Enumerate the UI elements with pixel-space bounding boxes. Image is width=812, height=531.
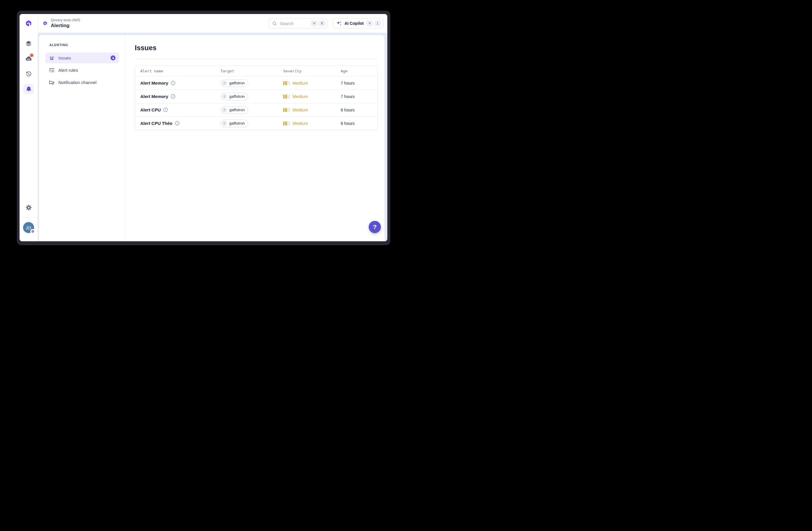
target-name: gaffotron <box>229 81 245 85</box>
i-keycap: i <box>374 20 381 26</box>
column-header-severity: Severity <box>283 69 341 73</box>
right-column: Qovery tests AWS Alerting Search ⌘ K <box>38 14 387 241</box>
severity-label: Medium <box>292 107 308 112</box>
info-icon[interactable] <box>175 121 180 126</box>
environment-stack-icon <box>222 120 227 126</box>
info-icon[interactable] <box>171 81 176 85</box>
alert-name: Alert CPU <box>140 107 161 112</box>
ai-copilot-button[interactable]: AI Copilot ⌘ i <box>333 18 383 28</box>
sidebar-section-label: ALERTING <box>49 43 119 47</box>
megaphone-icon <box>49 80 55 85</box>
severity-label: Medium <box>292 81 308 85</box>
qovery-logo-icon <box>25 20 32 27</box>
k-keycap: K <box>319 20 325 26</box>
sidebar-item-label: Notification channel <box>58 80 97 85</box>
desktop-background: JD Qovery tests AWS Alerting <box>0 0 406 266</box>
sidebar-footer-divider <box>19 217 38 218</box>
app-window: JD Qovery tests AWS Alerting <box>17 11 390 245</box>
settings-button[interactable] <box>23 202 34 213</box>
target-badge[interactable]: gaffotron <box>220 93 248 100</box>
alert-name: Alert Memory <box>140 94 168 99</box>
content-background: ALERTING Issues 4 <box>38 33 387 241</box>
icon-sidebar-nav <box>23 38 34 94</box>
icon-sidebar: JD <box>19 14 38 241</box>
sidebar-items: Issues 4 Alert rules <box>45 53 119 88</box>
issues-count-badge: 4 <box>111 55 116 60</box>
sidebar-item-label: Issues <box>58 55 71 60</box>
cmd-keycap: ⌘ <box>366 20 373 26</box>
gear-icon <box>25 204 32 211</box>
sidebar-item-layers[interactable] <box>23 38 34 49</box>
qovery-logo-icon <box>31 230 34 233</box>
table-header-row: Alert name Target Severity Age <box>135 66 377 76</box>
top-bar: Qovery tests AWS Alerting Search ⌘ K <box>38 14 387 33</box>
breadcrumb-project[interactable]: Qovery tests AWS <box>51 18 80 22</box>
avatar-initials: JD <box>26 225 31 230</box>
sidebar-item-cloud-services[interactable] <box>23 53 34 64</box>
table-row[interactable]: Alert CPU gaffotron <box>135 103 377 116</box>
title-divider <box>135 59 378 59</box>
search-shortcut: ⌘ K <box>311 20 325 26</box>
age: 8 hours <box>341 121 377 126</box>
breadcrumb-texts: Qovery tests AWS Alerting <box>51 18 80 29</box>
history-icon <box>26 71 32 77</box>
column-header-alert-name: Alert name <box>135 69 220 73</box>
avatar-qovery-badge <box>30 229 35 234</box>
table-row[interactable]: Alert CPU Théo gaffotron <box>135 116 377 130</box>
sidebar-item-label: Alert rules <box>58 68 78 73</box>
alert-name: Alert CPU Théo <box>140 121 172 126</box>
severity-bars <box>283 108 290 112</box>
alerting-sidebar: ALERTING Issues 4 <box>39 35 126 241</box>
sidebar-item-issues[interactable]: Issues 4 <box>45 53 119 63</box>
breadcrumb[interactable]: Qovery tests AWS Alerting <box>43 18 80 29</box>
breadcrumb-logo-icon <box>43 21 47 26</box>
target-name: gaffotron <box>229 107 245 112</box>
sidebar-item-alerting[interactable] <box>23 84 34 94</box>
search-placeholder: Search <box>280 21 308 26</box>
target-badge[interactable]: gaffotron <box>220 80 248 87</box>
sparkles-icon <box>336 21 342 26</box>
cmd-keycap: ⌘ <box>311 20 318 26</box>
age: 7 hours <box>341 94 377 99</box>
table-row[interactable]: Alert Memory gaffotron <box>135 76 377 89</box>
search-input[interactable]: Search ⌘ K <box>269 18 328 28</box>
sidebar-item-notification-channel[interactable]: Notification channel <box>45 77 119 88</box>
help-button-label: ? <box>373 224 377 230</box>
help-button[interactable]: ? <box>369 221 381 233</box>
page-section-title: Alerting <box>51 23 80 29</box>
issues-table: Alert name Target Severity Age Alert Mem… <box>135 66 378 130</box>
topbar-actions: Search ⌘ K AI Copilot ⌘ i <box>269 18 383 28</box>
siren-icon <box>49 55 55 61</box>
target-badge[interactable]: gaffotron <box>220 106 248 114</box>
target-name: gaffotron <box>229 94 245 99</box>
notification-dot <box>30 54 33 57</box>
environment-stack-icon <box>222 94 227 99</box>
column-header-target: Target <box>220 69 283 73</box>
qovery-console: JD Qovery tests AWS Alerting <box>19 14 387 241</box>
ai-copilot-label: AI Copilot <box>345 21 364 26</box>
severity-label: Medium <box>292 121 308 126</box>
column-header-age: Age <box>341 69 377 73</box>
severity-bars <box>283 121 290 126</box>
severity-bars <box>283 81 290 85</box>
layers-icon <box>25 40 32 47</box>
content-panel: ALERTING Issues 4 <box>39 35 385 241</box>
search-icon <box>272 21 277 26</box>
icon-sidebar-footer: JD <box>19 202 38 241</box>
info-icon[interactable] <box>171 94 176 99</box>
sidebar-item-alert-rules[interactable]: Alert rules <box>45 65 119 75</box>
alert-name: Alert Memory <box>140 81 168 85</box>
target-badge[interactable]: gaffotron <box>220 120 248 127</box>
list-checks-icon <box>49 67 55 73</box>
table-row[interactable]: Alert Memory gaffotron <box>135 89 377 103</box>
environment-stack-icon <box>222 80 227 86</box>
user-avatar[interactable]: JD <box>23 222 34 233</box>
info-icon[interactable] <box>163 107 168 112</box>
severity-bars <box>283 95 290 99</box>
page-title: Issues <box>135 44 378 52</box>
qovery-logo-button[interactable] <box>19 14 38 33</box>
target-name: gaffotron <box>229 121 245 126</box>
severity-label: Medium <box>292 94 308 99</box>
sidebar-item-history[interactable] <box>23 69 34 79</box>
bell-icon <box>25 86 32 92</box>
